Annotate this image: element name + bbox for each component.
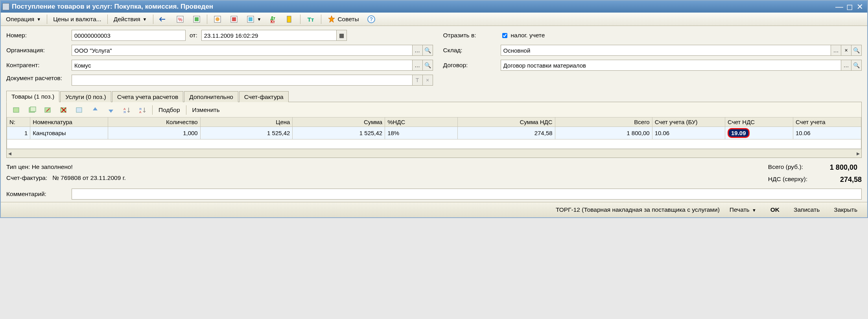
advice-button[interactable]: Советы [324,13,362,25]
table-row[interactable]: 1 Канцтовары 1,000 1 525,42 1 525,42 18%… [7,127,861,139]
cell-vatp[interactable]: 18% [385,127,458,139]
toolbar-icon-7[interactable]: ДтКт [265,13,281,25]
number-input[interactable] [72,30,186,41]
delete-row-icon[interactable] [56,104,71,116]
toolbar-icon-6[interactable]: ▼ [243,13,265,25]
cell-sumvat[interactable]: 274,58 [458,127,555,139]
izmenit-button[interactable]: Изменить [189,105,223,115]
tab-invoice[interactable]: Счет-фактура [239,91,289,102]
text-icon[interactable]: T [413,75,423,86]
cell-qty[interactable]: 1,000 [108,127,200,139]
podbor-button[interactable]: Подбор [155,105,184,115]
clear-icon[interactable]: × [841,45,851,56]
toolbar-separator [153,15,153,24]
copy-row-icon[interactable] [25,104,40,116]
tab-accounts[interactable]: Счета учета расчетов [112,91,184,102]
cell-price[interactable]: 1 525,42 [200,127,293,139]
col-n[interactable]: N: [7,117,30,127]
toolbar-icon-9[interactable]: Tт [303,13,319,25]
close-doc-button[interactable]: Закрыть [829,205,862,215]
toolbar-icon-8[interactable] [282,13,298,25]
col-vatp[interactable]: %НДС [385,117,458,127]
comment-input[interactable] [72,189,862,200]
col-acct-last[interactable]: Счет учета [793,117,861,127]
contr-input[interactable] [72,60,413,71]
date-input[interactable] [201,30,337,41]
col-price[interactable]: Цена [200,117,293,127]
sklad-input[interactable] [501,45,831,56]
contr-field[interactable]: … 🔍 [72,60,433,71]
cell-nomen[interactable]: Канцтовары [30,127,108,139]
toolbar-icon-1[interactable] [156,13,171,25]
col-total[interactable]: Всего [555,117,652,127]
sort-desc-icon[interactable]: ЯА [135,104,150,116]
toolbar-icon-4[interactable] [210,13,225,25]
vat-label: НДС (сверху): [768,176,807,184]
select-icon[interactable]: … [413,60,423,71]
print-button[interactable]: Печать ▼ [725,205,761,215]
maximize-button[interactable]: ◻ [844,2,855,11]
col-sum[interactable]: Сумма [293,117,385,127]
docsettle-input[interactable] [72,75,413,86]
total-label: Всего (руб.): [768,163,803,172]
col-acct-bu[interactable]: Счет учета (БУ) [652,117,725,127]
actions-menu[interactable]: Действия▼ [110,14,151,24]
minimize-button[interactable]: — [834,2,844,11]
select-icon[interactable]: … [831,45,841,56]
tab-goods[interactable]: Товары (1 поз.) [6,91,59,102]
titlebar[interactable]: Поступление товаров и услуг: Покупка, ко… [1,1,867,13]
search-icon[interactable]: 🔍 [423,45,433,56]
cell-sum[interactable]: 1 525,42 [293,127,385,139]
move-up-icon[interactable] [88,104,103,116]
svg-rect-18 [30,107,36,112]
org-field[interactable]: … 🔍 [72,45,433,56]
move-down-icon[interactable] [103,104,118,116]
toolbar-icon-5[interactable] [226,13,242,25]
col-acct-nds[interactable]: Счет НДС [725,117,793,127]
comment-field[interactable] [72,189,862,200]
col-nomen[interactable]: Номенклатура [30,117,108,127]
number-field[interactable] [72,30,186,41]
docsettle-label: Документ расчетов: [6,75,61,82]
dogovor-input[interactable] [501,60,842,71]
help-button[interactable]: ? [363,13,379,25]
date-field[interactable]: ▦ [201,30,347,41]
sort-asc-icon[interactable]: АЯ [119,104,134,116]
sklad-field[interactable]: … × 🔍 [501,45,862,56]
reflect-tax-input[interactable] [502,33,507,38]
search-icon[interactable]: 🔍 [851,45,862,56]
cell-acct-last[interactable]: 10.06 [793,127,861,139]
app-icon [2,3,9,10]
tab-services[interactable]: Услуги (0 поз.) [60,91,111,102]
col-sumvat[interactable]: Сумма НДС [458,117,555,127]
edit-row-icon[interactable] [41,104,55,116]
search-icon[interactable]: 🔍 [423,60,433,71]
focused-cell[interactable]: 19.09 [728,128,750,138]
select-icon[interactable]: … [413,45,423,56]
ok-button[interactable]: OK [766,205,784,215]
prices-currency-button[interactable]: Цены и валюта... [50,14,105,24]
calendar-icon[interactable]: ▦ [337,30,347,41]
tab-additional[interactable]: Дополнительно [184,91,238,102]
close-button[interactable]: ✕ [855,2,865,11]
settings-row-icon[interactable] [72,104,87,116]
toolbar-icon-2[interactable]: % [172,13,188,25]
toolbar-icon-3[interactable] [189,13,205,25]
reflect-tax-checkbox[interactable]: налог. учете [501,32,862,39]
operation-menu[interactable]: Операция▼ [2,14,44,24]
cell-n[interactable]: 1 [7,127,30,139]
write-button[interactable]: Записать [789,205,824,215]
add-row-icon[interactable] [9,104,24,116]
goods-table[interactable]: N: Номенклатура Количество Цена Сумма %Н… [7,117,861,149]
docsettle-field[interactable]: T × [72,75,433,86]
dogovor-field[interactable]: … 🔍 [501,60,862,71]
select-icon[interactable]: … [841,60,851,71]
cell-acct-bu[interactable]: 10.06 [652,127,725,139]
search-icon[interactable]: 🔍 [851,60,862,71]
cell-acct-nds[interactable]: 19.09 [725,127,793,139]
col-qty[interactable]: Количество [108,117,200,127]
clear-icon[interactable]: × [423,75,433,86]
horizontal-scrollbar[interactable]: ◂▸ [7,149,861,158]
org-input[interactable] [72,45,413,56]
cell-total[interactable]: 1 800,00 [555,127,652,139]
